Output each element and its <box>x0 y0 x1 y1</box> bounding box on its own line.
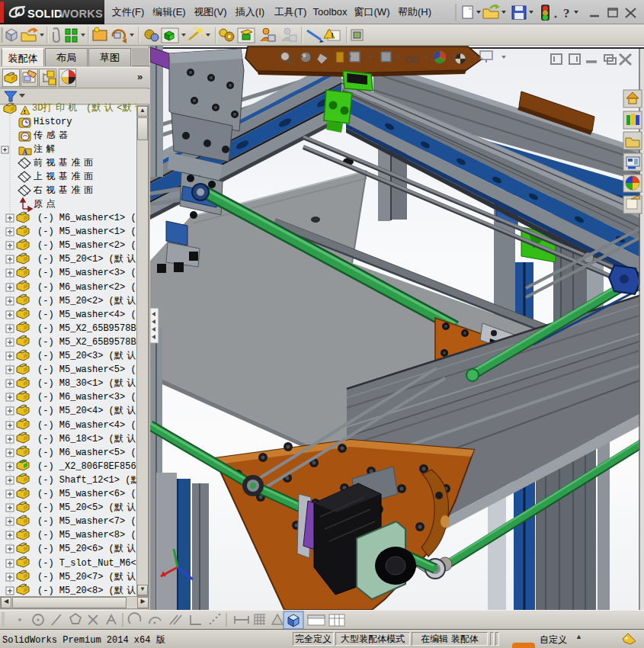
svg-text:!: ! <box>24 108 26 115</box>
svg-text:!: ! <box>332 31 334 39</box>
svg-text:?: ? <box>563 6 570 21</box>
svg-text:A: A <box>22 148 28 156</box>
